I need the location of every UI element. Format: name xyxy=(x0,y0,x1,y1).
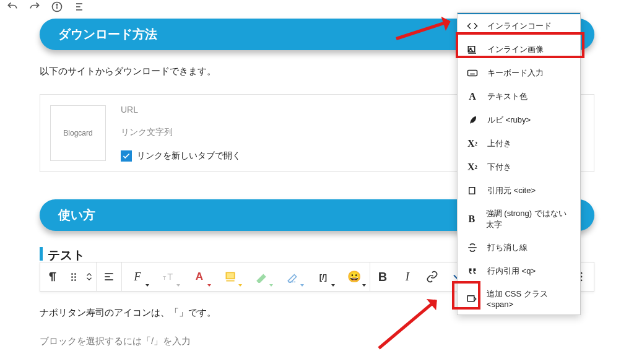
svg-rect-28 xyxy=(468,295,475,301)
info-button[interactable] xyxy=(50,0,64,14)
blogcard-thumb-placeholder: Blogcard xyxy=(50,105,106,161)
svg-rect-26 xyxy=(470,188,475,194)
dd-label: 引用元 <cite> xyxy=(487,185,536,196)
dd-label: 強調 (strong) ではない太字 xyxy=(486,208,571,230)
svg-point-16 xyxy=(581,279,583,281)
dd-text-color[interactable]: A テキスト色 xyxy=(458,85,580,108)
dd-label: インラインコード xyxy=(487,20,552,32)
checkbox-checked-icon[interactable] xyxy=(121,150,132,162)
dd-subscript[interactable]: X2 下付き xyxy=(458,155,580,179)
text-a-icon: A xyxy=(466,90,479,103)
align-button[interactable] xyxy=(97,262,121,292)
undo-button[interactable] xyxy=(5,0,20,14)
dd-inline-image[interactable]: インライン画像 xyxy=(458,38,580,61)
editor-top-tools xyxy=(0,0,634,14)
drag-handle[interactable] xyxy=(65,262,82,292)
dd-ruby[interactable]: ルビ <ruby> xyxy=(458,108,580,132)
css-span-icon xyxy=(466,293,478,305)
dd-label: キーボード入力 xyxy=(487,67,544,79)
svg-text:T: T xyxy=(167,272,173,282)
bold-icon: B xyxy=(466,213,477,225)
block-select-hint[interactable]: ブロックを選択するには「/」を入力 xyxy=(40,336,594,347)
dd-inline-code[interactable]: インラインコード xyxy=(458,13,580,38)
cite-icon xyxy=(466,184,479,197)
dd-label: ルビ <ruby> xyxy=(487,115,531,126)
text-color-button[interactable]: A xyxy=(184,262,215,292)
quote-icon xyxy=(466,265,479,277)
heading-text: ダウンロード方法 xyxy=(58,27,157,41)
dd-superscript[interactable]: X2 上付き xyxy=(458,132,580,155)
bold-button[interactable]: B xyxy=(370,262,395,292)
svg-point-14 xyxy=(581,272,583,274)
dd-bold-no-strong[interactable]: B 強調 (strong) ではない太字 xyxy=(458,202,580,236)
feather-icon xyxy=(466,114,479,126)
highlight-button[interactable] xyxy=(215,262,246,292)
superscript-icon: X2 xyxy=(466,137,479,150)
redo-button[interactable] xyxy=(27,0,42,14)
list-view-button[interactable] xyxy=(72,0,87,14)
dd-label: 打ち消し線 xyxy=(487,242,528,253)
svg-rect-20 xyxy=(468,71,477,76)
heading-text: 使い方 xyxy=(58,208,95,222)
paragraph-button[interactable] xyxy=(40,262,65,292)
emoji-button[interactable]: 😀 xyxy=(339,262,370,292)
svg-text:T: T xyxy=(163,275,167,281)
subscript-icon: X2 xyxy=(466,161,479,173)
font-family-button[interactable]: F xyxy=(122,262,153,292)
svg-point-2 xyxy=(56,4,58,6)
marker-button[interactable] xyxy=(246,262,277,292)
italic-button[interactable]: I xyxy=(395,262,420,292)
dd-label: 行内引用 <q> xyxy=(487,266,536,277)
dd-label: 追加 CSS クラス <span> xyxy=(487,288,571,309)
underline-marker-button[interactable] xyxy=(277,262,308,292)
code-icon xyxy=(466,20,479,32)
dd-inline-quote[interactable]: 行内引用 <q> xyxy=(458,259,580,283)
shortcode-button[interactable]: [/] xyxy=(308,262,339,292)
dd-keyboard-input[interactable]: キーボード入力 xyxy=(458,61,580,85)
dd-cite[interactable]: 引用元 <cite> xyxy=(458,179,580,202)
strikethrough-icon xyxy=(466,241,479,254)
image-icon xyxy=(466,43,479,56)
dd-label: 上付き xyxy=(487,138,511,149)
svg-point-15 xyxy=(581,276,583,278)
dd-css-class[interactable]: 追加 CSS クラス <span> xyxy=(458,283,580,314)
rich-text-more-dropdown: インラインコード インライン画像 キーボード入力 A テキスト色 ルビ <rub… xyxy=(457,12,581,315)
font-size-button[interactable]: TT xyxy=(153,262,184,292)
blogcard-newtab-label: リンクを新しいタブで開く xyxy=(137,150,241,162)
move-up-down[interactable] xyxy=(82,262,96,292)
keyboard-icon xyxy=(466,67,479,79)
dd-label: インライン画像 xyxy=(487,44,544,55)
link-button[interactable] xyxy=(420,262,445,292)
dd-label: 下付き xyxy=(487,162,511,173)
dd-label: テキスト色 xyxy=(487,91,528,102)
dd-strikethrough[interactable]: 打ち消し線 xyxy=(458,236,580,259)
svg-rect-11 xyxy=(226,272,234,279)
